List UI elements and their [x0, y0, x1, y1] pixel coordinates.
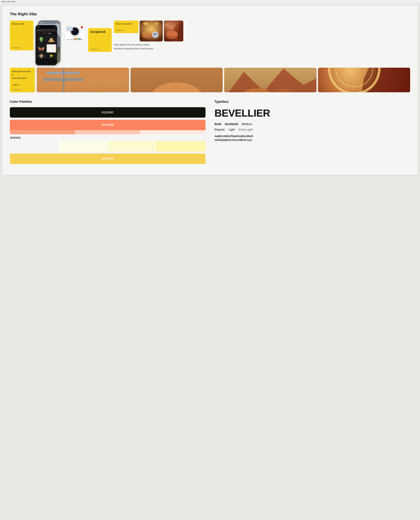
svg-rect-47 [67, 25, 68, 26]
svg-point-50 [143, 22, 148, 25]
svg-marker-30 [50, 54, 53, 57]
svg-rect-24 [48, 45, 55, 52]
swatch-black: #12120C [10, 107, 206, 118]
swatch-yellow: #F5D053 [10, 154, 206, 164]
svg-point-60 [167, 31, 177, 36]
svg-rect-49 [140, 21, 163, 41]
ask-ai-card: What does futurisitic in mars looks like… [10, 68, 35, 92]
svg-point-15 [41, 37, 43, 40]
svg-point-56 [154, 33, 155, 35]
swatch-light-t4 [157, 141, 206, 151]
interior-image [140, 21, 163, 41]
svg-rect-68 [63, 68, 64, 92]
svg-point-29 [42, 55, 44, 57]
ask-ai-author: Phoebe Yan [12, 89, 21, 90]
phone-front: 9:41 ▲ ◆ ■ 🔍 Search For you Following Cu… [36, 25, 57, 65]
high-noise-author: Phoebe Yan [116, 29, 136, 31]
fw-medium: Medium [242, 122, 252, 126]
swatch-coral-tint1 [10, 130, 75, 134]
alphabet-display: AaBbCcDdEeFfGgHhIiJjKkLlMmNnOoPpQqRrSsTt… [214, 134, 410, 142]
think-text-area: Think stickers like iOS stickers cutouts… [114, 43, 410, 50]
svg-point-55 [153, 32, 158, 37]
svg-text:+: + [84, 29, 84, 30]
polaroid-label: Polaroid style [12, 23, 31, 25]
scrapbook-label: Scrapbook [90, 30, 110, 34]
swatch-coral-tint2 [75, 130, 140, 134]
svg-text:9:41: 9:41 [40, 22, 43, 23]
svg-point-36 [73, 29, 77, 34]
svg-point-26 [41, 53, 42, 56]
svg-point-38 [81, 26, 83, 28]
futuristic-section: What does futurisitic in mars looks like… [10, 68, 410, 92]
think-text-1: Think stickers like iOS stickers cutouts [114, 44, 410, 46]
swatch-light: #F5F5F5 [10, 136, 206, 151]
scrapbook-card: Scrapbook Phoebe Yan [88, 28, 112, 52]
svg-point-57 [156, 34, 157, 34]
swatch-coral: #FC845E [10, 120, 206, 134]
svg-text:●●●: ●●● [56, 22, 58, 23]
swatch-yellow-label: #F5D053 [10, 154, 206, 164]
mars-image-1 [37, 68, 129, 92]
svg-rect-48 [69, 25, 70, 26]
svg-point-37 [74, 30, 75, 31]
polaroid-camera: + [64, 21, 86, 45]
svg-rect-46 [67, 39, 83, 40]
section-title: The Right Vibe [10, 12, 410, 16]
mars-images [37, 68, 410, 92]
svg-rect-44 [78, 38, 79, 39]
svg-point-14 [39, 37, 41, 40]
swatch-light-t3 [108, 141, 157, 151]
tab-cutouts: Cutouts [48, 33, 52, 34]
mars-image-3 [224, 68, 316, 92]
svg-point-27 [41, 56, 42, 58]
svg-point-51 [155, 22, 159, 25]
mars-image-2 [130, 68, 223, 92]
swatch-coral-label: #FC845E [10, 120, 206, 130]
svg-point-62 [165, 23, 169, 27]
right-column: high noise gradient Phoebe Yan [114, 21, 410, 50]
think-text-2: animation looking like little to the lef… [114, 47, 410, 50]
tab-foryou: For you [37, 33, 41, 34]
swatch-light-t2 [59, 141, 108, 151]
bottom-section: Color Palettes #12120C #FC845E #F5F5F5 [10, 100, 410, 166]
font-weights-row2: Regular Light Extra Light [214, 128, 410, 131]
svg-point-17 [49, 41, 53, 42]
phone-group: 9:41 ●●● 9:41 ▲ ◆ ■ 🔍 Search [36, 21, 62, 65]
svg-rect-42 [74, 38, 76, 39]
svg-rect-43 [76, 38, 78, 39]
svg-point-53 [142, 32, 151, 34]
palette-title: Color Palettes [10, 100, 206, 104]
svg-rect-45 [79, 38, 81, 39]
scrapbook-author: Phoebe Yan [90, 48, 99, 50]
svg-rect-39 [67, 27, 73, 31]
high-noise-label: high noise gradient [116, 23, 136, 25]
fw-semibold: Semibold [225, 122, 238, 126]
fw-regular: Regular [214, 128, 225, 131]
color-palettes-section: Color Palettes #12120C #FC845E #F5F5F5 [10, 100, 206, 166]
mars-image-4 [318, 68, 410, 92]
font-weights-row1: Bold Semibold Medium [214, 122, 410, 126]
svg-point-28 [39, 55, 41, 57]
bevellier-display: BEVELLIER [214, 107, 410, 119]
polaroid-card: Polaroid style Phoebe Yan [10, 21, 33, 50]
swatch-black-label: #12120C [10, 107, 206, 118]
chair-image [164, 21, 183, 41]
tab-following: Following [42, 33, 46, 34]
swatch-coral-tint3 [140, 130, 206, 134]
high-noise-card: high noise gradient Phoebe Yan [114, 21, 138, 33]
swatch-light-t1 [10, 141, 59, 151]
polaroid-author: Phoebe Yan [12, 47, 21, 49]
fw-extralight: Extra Light [239, 128, 253, 131]
ask-ai-text: What does futurisitic in mars looks like… [12, 70, 33, 87]
window-title: What is the Vibe? [1, 0, 15, 3]
typeface-section: Typeface BEVELLIER Bold Semibold Medium … [214, 100, 410, 142]
fw-bold: Bold [214, 122, 221, 126]
fw-light: Light [228, 128, 235, 131]
typeface-title: Typeface [214, 100, 410, 104]
swatch-light-label: #F5F5F5 [10, 136, 206, 140]
